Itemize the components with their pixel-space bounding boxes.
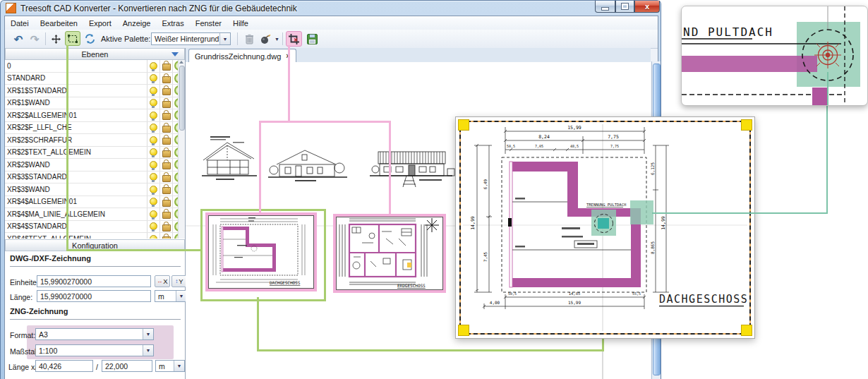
zoom-overlay-panel[interactable]: TRENNUNG PULTDACH 15,99 8,24 7,75 50,5 7…	[455, 116, 755, 339]
undo-button[interactable]: ↶	[11, 32, 25, 46]
layer-row[interactable]: XR$3$STANDARD	[5, 172, 185, 184]
visibility-bulb-icon[interactable]	[147, 73, 159, 85]
layer-scrollbar-thumb[interactable]	[179, 66, 185, 131]
layer-list-scrollbar[interactable]	[178, 60, 185, 239]
dachgeschoss-plan-page[interactable]: DACHGESCHOSS	[208, 215, 314, 289]
visibility-bulb-icon[interactable]	[147, 172, 159, 184]
layer-row[interactable]: XR$1$STANDARD	[5, 85, 185, 97]
purge-dropdown-arrow[interactable]: ▼	[273, 34, 281, 44]
unit-xy-select[interactable]: m ▼	[155, 360, 185, 372]
menu-extras[interactable]: Extras	[156, 18, 189, 29]
title-bar[interactable]: Treesoft CAD Konverter - Konvertieren na…	[1, 1, 661, 16]
lock-icon[interactable]	[159, 233, 172, 239]
visibility-bulb-icon[interactable]	[147, 221, 159, 233]
pan-button[interactable]	[49, 32, 63, 46]
laenge-y-input[interactable]: 22,000	[102, 360, 152, 372]
visibility-bulb-icon[interactable]	[147, 196, 159, 208]
minimize-button[interactable]	[595, 1, 615, 13]
lock-icon[interactable]	[159, 159, 172, 171]
lock-icon[interactable]	[159, 196, 172, 208]
visibility-bulb-icon[interactable]	[147, 147, 159, 159]
layer-row[interactable]: STANDARD	[5, 73, 185, 85]
menu-fenster[interactable]: Fenster	[190, 18, 227, 29]
refresh-button[interactable]	[83, 32, 97, 46]
menu-hilfe[interactable]: Hilfe	[227, 18, 254, 29]
menu-datei[interactable]: Datei	[5, 18, 35, 29]
visibility-bulb-icon[interactable]	[147, 159, 159, 171]
lock-icon[interactable]	[159, 208, 172, 220]
layer-row[interactable]: 0	[5, 60, 185, 73]
layer-name: XR$2$WAND	[5, 161, 147, 169]
visibility-bulb-icon[interactable]	[147, 184, 159, 195]
laenge-input[interactable]: 15,9900270000	[37, 290, 151, 302]
layers-filter-arrow-icon[interactable]	[171, 52, 179, 56]
purge-button[interactable]	[258, 32, 272, 46]
menu-export[interactable]: Export	[83, 18, 117, 29]
save-button[interactable]	[305, 32, 319, 46]
layer-row[interactable]: XR$4$TEXT_ALLGEMEIN	[5, 233, 185, 239]
scale-x-button[interactable]: ↔X	[155, 275, 170, 287]
lock-icon[interactable]	[159, 73, 172, 85]
visibility-bulb-icon[interactable]	[147, 85, 159, 97]
visibility-bulb-icon[interactable]	[147, 60, 159, 72]
detail-zoom-panel[interactable]: ND PULTDACH	[681, 6, 868, 106]
dim-bot-in-mid: 14,85	[569, 291, 581, 296]
combo-arrow-icon: ▼	[219, 33, 230, 44]
layer-row[interactable]: XR$2$SCHRAFFUR	[5, 134, 185, 147]
layer-row[interactable]: XR$2$F_LLFL_CHE	[5, 122, 185, 135]
handle-bottom-right[interactable]	[741, 325, 752, 336]
delete-button[interactable]	[242, 32, 256, 46]
lock-icon[interactable]	[159, 85, 172, 97]
tab-grundrisszeichnung[interactable]: GrundrissZeichnung.dwg ×	[188, 49, 296, 63]
scroll-up-arrow-icon[interactable]	[179, 61, 183, 64]
lock-icon[interactable]	[159, 60, 172, 72]
x-button-label: X	[163, 277, 167, 285]
layer-row[interactable]: XR$2$WAND	[5, 159, 185, 172]
palette-combobox[interactable]: Weißer Hintergrund ▼	[151, 32, 231, 45]
handle-top-right[interactable]	[741, 119, 752, 131]
visibility-bulb-icon[interactable]	[147, 208, 159, 220]
visibility-bulb-icon[interactable]	[147, 109, 159, 121]
layer-row[interactable]: XR$2$TEXT_ALLGEMEIN	[5, 147, 185, 160]
layer-row[interactable]: XR$4$MA_LINIE_ALLGEMEIN	[5, 208, 185, 221]
lock-icon[interactable]	[159, 172, 172, 184]
einheiten-input[interactable]: 15,9900270000	[37, 275, 151, 287]
layer-row[interactable]: XR$2$ALLGEMEIN01	[5, 109, 185, 122]
visibility-bulb-icon[interactable]	[147, 233, 159, 239]
unit-select[interactable]: m ▼	[155, 290, 187, 302]
lock-icon	[162, 236, 171, 239]
layers-panel-header[interactable]: Ebenen	[5, 48, 185, 60]
lock-icon[interactable]	[159, 221, 172, 233]
menu-bearbeiten[interactable]: Bearbeiten	[35, 18, 83, 29]
layer-row[interactable]: XR$4$STANDARD	[5, 221, 185, 234]
lock-icon[interactable]	[159, 147, 172, 159]
maximize-button[interactable]	[615, 1, 634, 13]
massstab-select[interactable]: 1:100 ▼	[35, 344, 154, 356]
laenge-x-input[interactable]: 40,426	[35, 360, 93, 372]
close-button[interactable]: x	[634, 1, 660, 13]
scale-y-button[interactable]: ↕Y	[171, 275, 187, 287]
lock-icon[interactable]	[159, 122, 172, 134]
layers-and-config-panel: Ebenen 0STANDARDXR$1$STANDARDXR$1$WANDXR…	[5, 48, 186, 379]
lock-icon[interactable]	[159, 134, 172, 146]
redo-button[interactable]: ↷	[28, 32, 42, 46]
visibility-bulb-icon[interactable]	[147, 97, 159, 109]
visibility-bulb-icon	[150, 186, 157, 193]
erdgeschoss-plan-page[interactable]: ERDGESCHOSS	[336, 217, 443, 290]
rectangle-select-button[interactable]	[65, 31, 80, 46]
layer-row[interactable]: XR$3$WAND	[5, 184, 185, 196]
lock-icon[interactable]	[159, 184, 172, 195]
layer-row[interactable]: XR$1$WAND	[5, 97, 185, 110]
handle-bottom-left[interactable]	[458, 325, 469, 336]
lock-icon[interactable]	[159, 97, 172, 109]
menu-anzeige[interactable]: Anzeige	[117, 18, 157, 29]
lock-icon[interactable]	[159, 109, 172, 121]
visibility-bulb-icon[interactable]	[147, 134, 159, 146]
crop-button[interactable]	[286, 31, 302, 47]
handle-top-left[interactable]	[458, 119, 469, 131]
visibility-bulb-icon	[150, 99, 157, 107]
format-select-arrow-icon: ▼	[143, 329, 153, 339]
visibility-bulb-icon[interactable]	[147, 122, 159, 134]
format-select[interactable]: A3 ▼	[35, 328, 154, 340]
layer-row[interactable]: XR$4$ALLGEMEIN01	[5, 196, 185, 209]
